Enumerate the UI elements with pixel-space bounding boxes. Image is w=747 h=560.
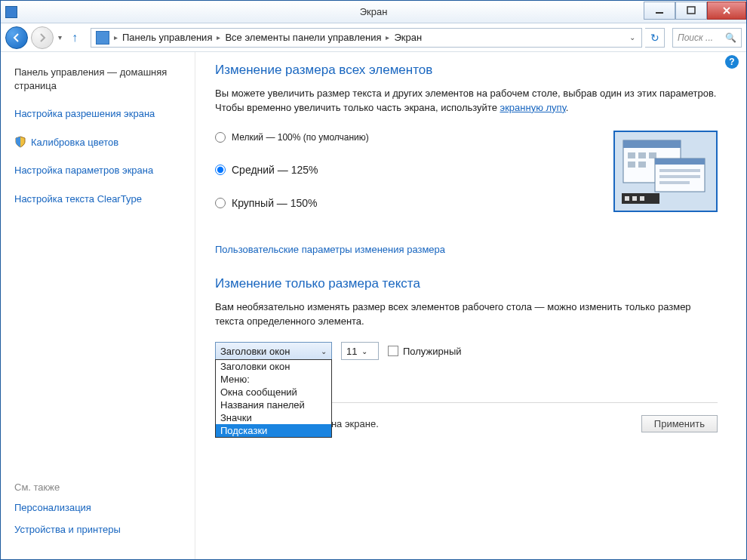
magnifier-link[interactable]: экранную лупу bbox=[500, 102, 566, 113]
sidebar-link-resolution[interactable]: Настройка разрешения экрана bbox=[14, 107, 187, 121]
svg-rect-7 bbox=[628, 162, 635, 168]
sidebar-link-devices[interactable]: Устройства и принтеры bbox=[14, 524, 187, 535]
bold-label: Полужирный bbox=[403, 346, 462, 357]
svg-rect-11 bbox=[659, 169, 700, 172]
history-dropdown-icon[interactable]: ▾ bbox=[58, 33, 62, 42]
heading-text-only: Изменение только размера текста bbox=[215, 276, 718, 291]
help-icon[interactable]: ? bbox=[725, 55, 739, 69]
sidebar-link-label: Калибровка цветов bbox=[31, 136, 118, 149]
address-dropdown-icon[interactable]: ⌄ bbox=[625, 33, 640, 42]
maximize-button[interactable] bbox=[675, 2, 707, 20]
radio-small[interactable]: Мелкий — 100% (по умолчанию) bbox=[215, 132, 613, 143]
address-bar[interactable]: ▸ Панель управления ▸ Все элементы панел… bbox=[91, 28, 642, 48]
sidebar-link-personalization[interactable]: Персонализация bbox=[14, 502, 187, 513]
sidebar-link-calibration[interactable]: Калибровка цветов bbox=[14, 136, 187, 149]
dropdown-option[interactable]: Меню: bbox=[216, 373, 331, 386]
breadcrumb-sep: ▸ bbox=[384, 33, 391, 42]
sidebar-link-display-params[interactable]: Настройка параметров экрана bbox=[14, 164, 187, 177]
svg-rect-8 bbox=[638, 162, 646, 168]
nav-toolbar: ▾ ↑ ▸ Панель управления ▸ Все элементы п… bbox=[1, 23, 746, 52]
custom-sizing-link[interactable]: Пользовательские параметры изменения раз… bbox=[215, 244, 718, 255]
svg-rect-1 bbox=[687, 7, 695, 14]
combo-value: Заголовки окон bbox=[220, 346, 290, 357]
dropdown-option[interactable]: Значки bbox=[216, 411, 331, 424]
search-placeholder: Поиск ... bbox=[678, 32, 713, 43]
window-controls bbox=[644, 4, 746, 20]
shield-icon bbox=[14, 136, 26, 148]
up-button[interactable]: ↑ bbox=[66, 29, 83, 46]
titlebar: Экран bbox=[1, 1, 746, 23]
breadcrumb-sep: ▸ bbox=[215, 33, 222, 42]
svg-rect-5 bbox=[638, 152, 646, 158]
svg-rect-16 bbox=[632, 196, 637, 201]
font-size-combo[interactable]: 11 ⌄ bbox=[341, 342, 379, 360]
radio-large-label: Крупный — 150% bbox=[232, 197, 318, 209]
dropdown-option[interactable]: Заголовки окон bbox=[216, 360, 331, 373]
element-type-dropdown: Заголовки окон Меню: Окна сообщений Назв… bbox=[215, 359, 332, 438]
dropdown-option[interactable]: Окна сообщений bbox=[216, 386, 331, 398]
sidebar-home[interactable]: Панель управления — домашняя страница bbox=[14, 66, 187, 92]
heading-resize-all: Изменение размера всех элементов bbox=[215, 63, 718, 78]
svg-rect-6 bbox=[649, 152, 656, 158]
svg-rect-0 bbox=[656, 12, 663, 14]
search-icon: 🔍 bbox=[725, 32, 736, 43]
description-2: Вам необязательно изменять размер всех э… bbox=[215, 300, 718, 329]
svg-rect-12 bbox=[659, 175, 700, 178]
breadcrumb-2[interactable]: Все элементы панели управления bbox=[222, 32, 384, 43]
radio-medium-input[interactable] bbox=[215, 165, 226, 175]
radio-large-input[interactable] bbox=[215, 198, 226, 208]
bold-checkbox[interactable]: Полужирный bbox=[388, 346, 462, 357]
checkbox-box[interactable] bbox=[388, 346, 398, 356]
dropdown-option-selected[interactable]: Подсказки bbox=[216, 424, 331, 437]
svg-rect-4 bbox=[628, 152, 635, 158]
radio-small-label: Мелкий — 100% (по умолчанию) bbox=[232, 132, 369, 143]
radio-medium[interactable]: Средний — 125% bbox=[215, 164, 613, 176]
refresh-button[interactable]: ↻ bbox=[645, 28, 665, 48]
description-1: Вы можете увеличить размер текста и друг… bbox=[215, 87, 718, 115]
size-value: 11 bbox=[346, 346, 357, 357]
search-input[interactable]: Поиск ... 🔍 bbox=[672, 28, 742, 48]
content-body: Панель управления — домашняя страница На… bbox=[1, 52, 746, 559]
breadcrumb-3[interactable]: Экран bbox=[391, 32, 425, 43]
sidebar: Панель управления — домашняя страница На… bbox=[1, 52, 195, 559]
svg-rect-17 bbox=[640, 196, 644, 201]
breadcrumb-1[interactable]: Панель управления bbox=[119, 32, 215, 43]
radio-list: Мелкий — 100% (по умолчанию) Средний — 1… bbox=[215, 129, 613, 230]
window-title: Экран bbox=[360, 6, 388, 17]
minimize-button[interactable] bbox=[644, 2, 675, 20]
breadcrumb-sep: ▸ bbox=[112, 33, 119, 42]
element-type-combo[interactable]: Заголовки окон ⌄ bbox=[215, 342, 332, 360]
preview-image bbox=[613, 131, 718, 212]
back-button[interactable] bbox=[5, 26, 28, 49]
apply-button[interactable]: Применить bbox=[641, 415, 718, 432]
display-settings-window: Экран ▾ ↑ ▸ Панель управления ▸ Все элем… bbox=[0, 0, 747, 560]
close-button[interactable] bbox=[707, 2, 746, 20]
svg-rect-3 bbox=[623, 140, 681, 148]
radio-small-input[interactable] bbox=[215, 132, 226, 143]
text-size-controls: Заголовки окон ⌄ 11 ⌄ Полужирный Заголов… bbox=[215, 342, 718, 360]
dropdown-option[interactable]: Названия панелей bbox=[216, 398, 331, 411]
chevron-down-icon: ⌄ bbox=[321, 347, 327, 355]
svg-rect-15 bbox=[625, 196, 629, 201]
folder-icon bbox=[96, 31, 109, 45]
radio-medium-label: Средний — 125% bbox=[232, 164, 318, 176]
size-selection: Мелкий — 100% (по умолчанию) Средний — 1… bbox=[215, 129, 718, 230]
main-panel: ? Изменение размера всех элементов Вы мо… bbox=[195, 52, 746, 559]
desc-text: Вы можете увеличить размер текста и друг… bbox=[215, 88, 716, 113]
sidebar-link-cleartype[interactable]: Настройка текста ClearType bbox=[14, 192, 187, 206]
window-icon bbox=[5, 6, 17, 18]
forward-button[interactable] bbox=[31, 26, 54, 49]
radio-large[interactable]: Крупный — 150% bbox=[215, 197, 613, 209]
svg-rect-13 bbox=[659, 181, 690, 184]
svg-rect-10 bbox=[655, 158, 705, 165]
see-also-heading: См. также bbox=[14, 482, 187, 493]
chevron-down-icon: ⌄ bbox=[361, 347, 367, 355]
